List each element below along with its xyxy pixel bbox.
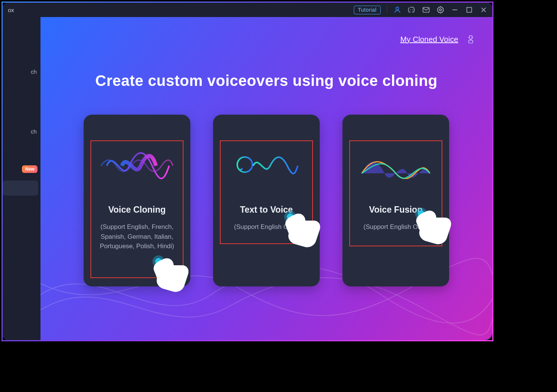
- mail-icon[interactable]: [422, 6, 430, 14]
- svg-point-2: [412, 9, 413, 10]
- feedback-icon[interactable]: [466, 34, 476, 44]
- svg-point-10: [152, 255, 165, 268]
- sidebar: ch ch New: [3, 17, 40, 340]
- sidebar-item-label: ch: [31, 128, 37, 135]
- user-icon[interactable]: [393, 6, 401, 14]
- sidebar-item-label: ch: [31, 68, 37, 75]
- card-subtitle: (Support English Only): [218, 222, 314, 232]
- sidebar-spacer: [3, 21, 40, 62]
- card-text-to-voice[interactable]: Text to Voice (Support English Only): [213, 115, 320, 286]
- close-button[interactable]: [479, 6, 488, 14]
- my-cloned-voice-link[interactable]: My Cloned Voice: [400, 35, 458, 44]
- minimize-button[interactable]: [451, 6, 459, 14]
- window-title: ox: [8, 7, 14, 13]
- sidebar-gap: [3, 140, 40, 163]
- body: ch ch New My Cloned Voice: [3, 17, 492, 340]
- new-badge: New: [22, 165, 37, 173]
- sidebar-item-1[interactable]: ch: [3, 62, 40, 81]
- card-title: Voice Cloning: [84, 205, 190, 215]
- tutorial-button[interactable]: Tutorial: [354, 6, 381, 14]
- sidebar-item-active[interactable]: [3, 180, 38, 196]
- pointer-hand-icon: [147, 251, 193, 296]
- card-voice-fusion[interactable]: Voice Fusion (Support English Only): [342, 115, 449, 286]
- sidebar-item-new[interactable]: New: [3, 163, 40, 178]
- card-title: Voice Fusion: [342, 205, 449, 215]
- svg-point-4: [439, 9, 442, 11]
- discord-icon[interactable]: [408, 6, 416, 14]
- maximize-button[interactable]: [465, 6, 473, 14]
- sidebar-gap: [3, 81, 40, 122]
- svg-point-0: [396, 7, 398, 10]
- divider: [387, 6, 387, 14]
- page-heading: Create custom voiceovers using voice clo…: [40, 72, 492, 89]
- app-window: ox Tutorial: [2, 2, 493, 341]
- text-to-voice-icon: [213, 149, 320, 183]
- voice-cloning-waveform-icon: [84, 149, 190, 183]
- cards-row: Voice Cloning (Support English, French, …: [40, 115, 492, 286]
- voice-fusion-icon: [342, 149, 449, 183]
- gear-icon[interactable]: [436, 6, 445, 14]
- svg-point-11: [155, 258, 162, 265]
- card-subtitle: (Support English Only): [348, 222, 444, 232]
- titlebar: ox Tutorial: [3, 3, 492, 17]
- titlebar-right-controls: Tutorial: [354, 6, 488, 14]
- content-area: My Cloned Voice Create custom voiceovers…: [40, 17, 492, 340]
- svg-point-1: [410, 9, 411, 10]
- card-voice-cloning[interactable]: Voice Cloning (Support English, French, …: [84, 115, 190, 286]
- card-subtitle: (Support English, French, Spanish, Germa…: [89, 222, 185, 251]
- card-title: Text to Voice: [213, 205, 320, 215]
- svg-rect-6: [467, 8, 472, 12]
- top-right-area: My Cloned Voice: [400, 34, 476, 44]
- svg-rect-9: [469, 40, 473, 43]
- sidebar-item-2[interactable]: ch: [3, 122, 40, 140]
